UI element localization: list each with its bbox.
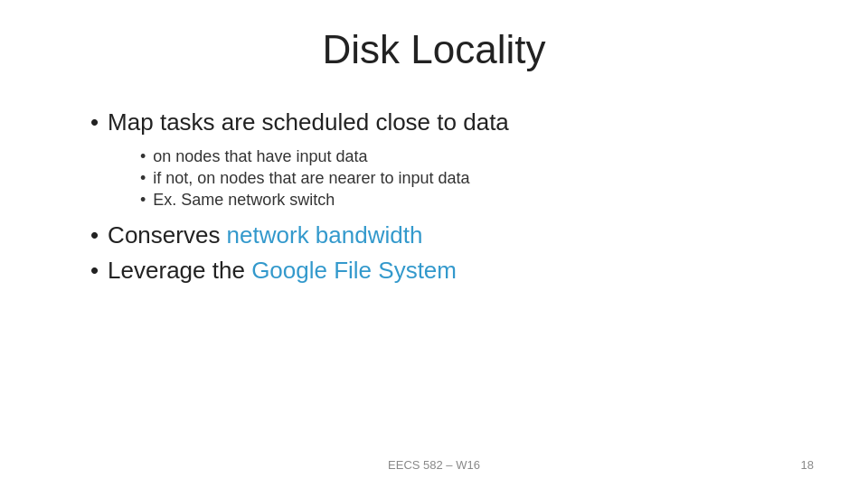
- bullet-2-highlight: network bandwidth: [227, 221, 423, 249]
- sub-bullet-2-text: if not, on nodes that are nearer to inpu…: [153, 169, 469, 188]
- bullet-2-text: Conserves network bandwidth: [108, 221, 422, 249]
- sub-bullet-3-marker: •: [140, 191, 146, 210]
- bullet-3: • Leverage the Google File System: [90, 257, 796, 285]
- bullet-1-marker: •: [90, 108, 99, 136]
- slide-content: • Map tasks are scheduled close to data …: [72, 108, 796, 452]
- bullet-3-prefix: Leverage the: [108, 257, 251, 284]
- bullet-3-marker: •: [90, 257, 99, 285]
- sub-bullet-2-marker: •: [140, 169, 146, 188]
- sub-bullet-3-text: Ex. Same network switch: [153, 191, 335, 210]
- bullet-2-marker: •: [90, 221, 99, 249]
- bullet-3-highlight: Google File System: [251, 257, 457, 284]
- footer-course: EECS 582 – W16: [388, 458, 480, 472]
- sub-bullet-2: • if not, on nodes that are nearer to in…: [140, 169, 796, 188]
- footer-page: 18: [801, 458, 814, 472]
- slide-footer: EECS 582 – W16: [0, 458, 868, 472]
- sub-bullet-1-text: on nodes that have input data: [153, 147, 367, 166]
- bullet-3-text: Leverage the Google File System: [108, 257, 457, 285]
- slide: Disk Locality • Map tasks are scheduled …: [0, 0, 868, 488]
- bullet-1-text: Map tasks are scheduled close to data: [108, 108, 509, 136]
- sub-bullet-1: • on nodes that have input data: [140, 147, 796, 166]
- sub-bullet-3: • Ex. Same network switch: [140, 191, 796, 210]
- sub-bullet-group: • on nodes that have input data • if not…: [90, 147, 796, 212]
- bullet-2: • Conserves network bandwidth: [90, 221, 796, 249]
- slide-title: Disk Locality: [72, 27, 796, 81]
- sub-bullet-1-marker: •: [140, 147, 146, 166]
- bullet-1: • Map tasks are scheduled close to data: [90, 108, 796, 136]
- bullet-2-prefix: Conserves: [108, 221, 227, 249]
